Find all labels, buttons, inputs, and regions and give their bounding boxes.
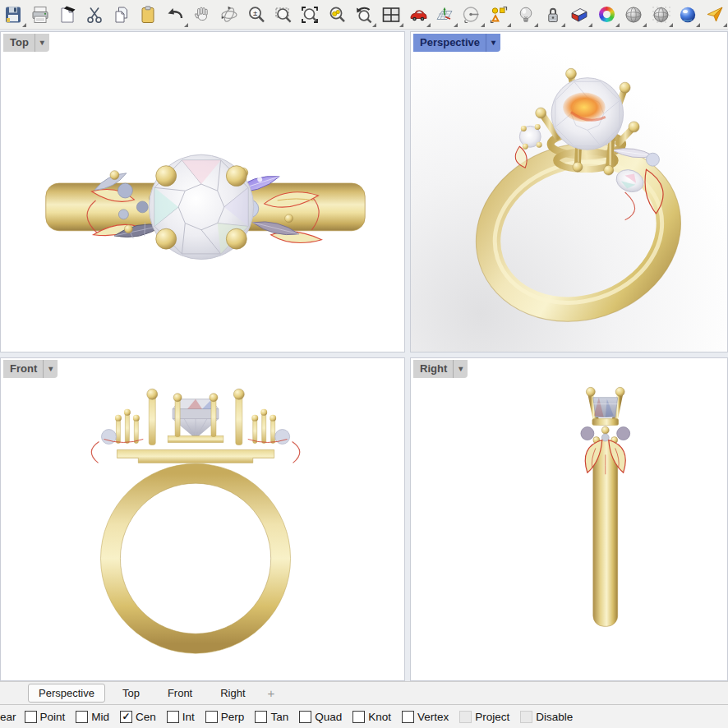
ring-right-view xyxy=(411,358,727,680)
osnap-int[interactable]: Int xyxy=(167,711,195,723)
ring-front-view xyxy=(1,358,404,680)
osnap-point[interactable]: Point xyxy=(25,711,66,723)
osnap-perp[interactable]: Perp xyxy=(205,711,245,723)
add-viewport-tab-button[interactable]: + xyxy=(263,686,280,700)
rendered-display-button[interactable] xyxy=(674,1,701,29)
viewport-front[interactable]: Front ▾ xyxy=(0,357,405,681)
osnap-tan-checkbox[interactable] xyxy=(255,711,267,723)
osnap-tan[interactable]: Tan xyxy=(255,711,288,723)
viewport-label-top-text: Top xyxy=(3,34,35,52)
viewport-layout-button[interactable] xyxy=(377,1,404,29)
osnap-int-checkbox[interactable] xyxy=(167,711,179,723)
osnap-knot[interactable]: Knot xyxy=(352,711,391,723)
display-wedge-button[interactable] xyxy=(566,1,593,29)
ghosted-display-button[interactable] xyxy=(701,1,728,29)
ring-perspective-view xyxy=(411,32,727,352)
ghosted-arrow-icon xyxy=(705,5,725,25)
viewport-layout-icon xyxy=(381,5,401,25)
osnap-quad[interactable]: Quad xyxy=(299,711,342,723)
viewport-tab-bar: PerspectiveTopFrontRight+ xyxy=(0,681,728,704)
lock-button[interactable] xyxy=(539,1,566,29)
viewport-tab-front[interactable]: Front xyxy=(157,684,203,703)
viewport-right[interactable]: Right ▾ xyxy=(410,357,728,681)
viewport-label-perspective[interactable]: Perspective ▾ xyxy=(413,34,500,52)
cplane-icon xyxy=(435,5,454,25)
zoom-selected-icon xyxy=(327,5,347,25)
selection-filter-button[interactable] xyxy=(486,1,513,29)
print-button[interactable] xyxy=(27,1,54,29)
svg-text:±: ± xyxy=(253,8,257,17)
set-view-icon xyxy=(462,5,481,25)
export-button[interactable] xyxy=(54,1,81,29)
viewport-perspective[interactable]: Perspective ▾ xyxy=(410,31,728,352)
undo-view-icon xyxy=(354,5,374,25)
undo-icon xyxy=(165,5,185,25)
zoom-extents-button[interactable] xyxy=(297,1,324,29)
ring-top-view xyxy=(1,32,404,352)
color-wheel-icon xyxy=(599,7,615,22)
save-button[interactable] xyxy=(0,1,27,29)
cut-button[interactable] xyxy=(81,1,108,29)
osnap-int-label: Int xyxy=(182,711,195,723)
chevron-down-icon[interactable]: ▾ xyxy=(486,34,500,52)
viewport-tab-top[interactable]: Top xyxy=(112,684,150,703)
viewport-tab-right[interactable]: Right xyxy=(210,684,256,703)
export-page-icon xyxy=(58,5,77,25)
osnap-knot-checkbox[interactable] xyxy=(352,711,365,723)
zoom-dynamic-button[interactable]: ± xyxy=(242,1,270,29)
pan-hand-icon xyxy=(192,5,212,25)
osnap-mid[interactable]: Mid xyxy=(76,711,109,723)
osnap-near-label-partial[interactable]: ear xyxy=(0,711,16,723)
osnap-tan-label: Tan xyxy=(270,711,288,723)
osnap-knot-label: Knot xyxy=(368,711,391,723)
osnap-mid-checkbox[interactable] xyxy=(76,711,88,723)
osnap-disable-label: Disable xyxy=(536,711,573,723)
viewport-label-right[interactable]: Right ▾ xyxy=(413,360,468,378)
osnap-project[interactable]: Project xyxy=(459,711,509,723)
osnap-cen[interactable]: ✓Cen xyxy=(120,711,156,723)
osnap-point-checkbox[interactable] xyxy=(25,711,37,723)
rotate-view-button[interactable] xyxy=(216,1,243,29)
undo-button[interactable] xyxy=(162,1,189,29)
set-view-button[interactable] xyxy=(458,1,486,29)
viewport-label-right-text: Right xyxy=(413,360,453,378)
lamp-button[interactable] xyxy=(512,1,539,29)
selection-filter-icon xyxy=(489,5,509,25)
osnap-disable-checkbox xyxy=(520,711,532,723)
viewport-grid: Top ▾ xyxy=(0,30,728,681)
viewport-label-front-text: Front xyxy=(3,360,43,378)
zoom-window-icon xyxy=(274,5,293,25)
shaded-display-button[interactable] xyxy=(620,1,647,29)
osnap-disable[interactable]: Disable xyxy=(520,711,573,723)
chevron-down-icon[interactable]: ▾ xyxy=(35,34,49,52)
move-car-button[interactable] xyxy=(404,1,431,29)
osnap-cen-checkbox[interactable]: ✓ xyxy=(120,711,132,723)
copy-button[interactable] xyxy=(108,1,135,29)
paste-icon xyxy=(138,5,158,25)
zoom-window-button[interactable] xyxy=(270,1,297,29)
osnap-vertex-checkbox[interactable] xyxy=(402,711,414,723)
osnap-perp-checkbox[interactable] xyxy=(205,711,218,723)
osnap-project-label: Project xyxy=(475,711,509,723)
paste-button[interactable] xyxy=(135,1,162,29)
viewport-top[interactable]: Top ▾ xyxy=(0,31,405,352)
wireframe-display-button[interactable] xyxy=(647,1,675,29)
shaded-sphere-icon xyxy=(624,5,643,25)
zoom-extents-icon xyxy=(300,5,320,25)
pan-button[interactable] xyxy=(189,1,216,29)
osnap-vertex[interactable]: Vertex xyxy=(402,711,449,723)
chevron-down-icon[interactable]: ▾ xyxy=(453,360,468,378)
zoom-selected-button[interactable] xyxy=(324,1,351,29)
color-wheel-button[interactable] xyxy=(593,1,620,29)
undo-view-button[interactable] xyxy=(351,1,378,29)
cplane-button[interactable] xyxy=(431,1,458,29)
viewport-tab-perspective[interactable]: Perspective xyxy=(28,684,105,703)
osnap-quad-checkbox[interactable] xyxy=(299,711,311,723)
viewport-label-front[interactable]: Front ▾ xyxy=(3,360,58,378)
viewport-label-top[interactable]: Top ▾ xyxy=(3,34,49,52)
save-icon xyxy=(3,5,23,25)
osnap-cen-label: Cen xyxy=(136,711,156,723)
osnap-bar: earPointMid✓CenIntPerpTanQuadKnotVertexP… xyxy=(0,704,728,728)
chevron-down-icon[interactable]: ▾ xyxy=(43,360,58,378)
lock-icon xyxy=(543,5,563,25)
